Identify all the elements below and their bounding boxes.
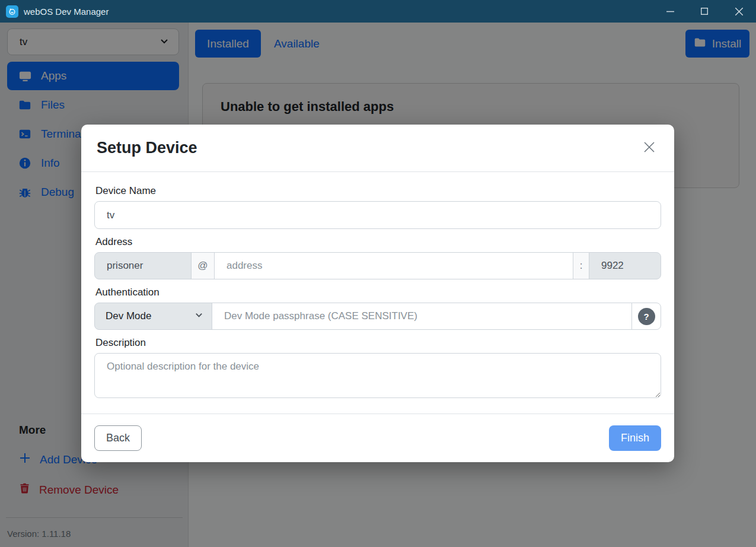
- minimize-button[interactable]: [653, 0, 687, 23]
- app-window: tv Apps Files Termin: [0, 23, 756, 547]
- authentication-label: Authentication: [95, 287, 661, 298]
- chevron-down-icon: [194, 310, 203, 322]
- modal-body: Device Name Address @ : Authentication D…: [81, 172, 674, 414]
- question-mark-icon: ?: [638, 308, 655, 325]
- at-sign-addon: @: [191, 252, 215, 279]
- modal-title: Setup Device: [97, 139, 197, 157]
- finish-button[interactable]: Finish: [609, 425, 661, 451]
- host-address-input[interactable]: [214, 252, 573, 279]
- passphrase-input[interactable]: [212, 303, 632, 330]
- address-label: Address: [95, 236, 661, 248]
- username-input[interactable]: [94, 252, 192, 279]
- window-title: webOS Dev Manager: [24, 7, 109, 17]
- device-name-input[interactable]: [94, 201, 661, 229]
- auth-method-select[interactable]: Dev Mode: [94, 303, 212, 330]
- close-modal-button[interactable]: [640, 138, 659, 158]
- auth-method-value: Dev Mode: [106, 310, 151, 322]
- modal-header: Setup Device: [81, 125, 674, 172]
- passphrase-help-button[interactable]: ?: [631, 303, 661, 330]
- description-textarea[interactable]: [94, 353, 661, 398]
- authentication-group: Dev Mode ?: [94, 303, 661, 330]
- modal-footer: Back Finish: [81, 414, 674, 462]
- device-name-label: Device Name: [95, 185, 661, 197]
- close-window-button[interactable]: [722, 0, 756, 23]
- colon-addon: :: [573, 252, 589, 279]
- address-group: @ :: [94, 252, 661, 279]
- titlebar: webOS Dev Manager: [0, 0, 756, 23]
- port-input[interactable]: [589, 252, 661, 279]
- app-logo-icon: [6, 5, 18, 18]
- description-label: Description: [95, 337, 661, 349]
- setup-device-modal: Setup Device Device Name Address @ : Aut…: [81, 125, 674, 462]
- maximize-button[interactable]: [687, 0, 722, 23]
- back-button[interactable]: Back: [94, 425, 142, 451]
